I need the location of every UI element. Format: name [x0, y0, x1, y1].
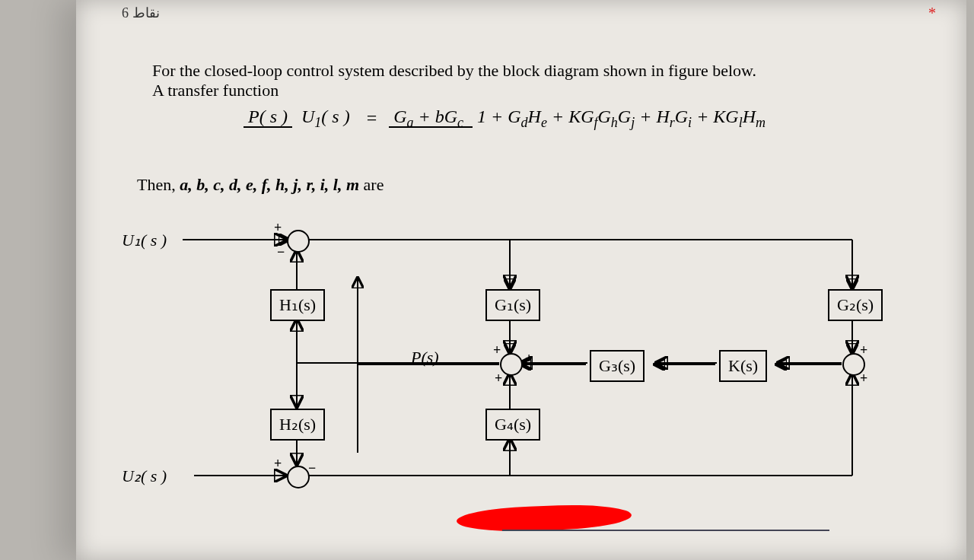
page: 6 نقاط * For the closed-loop control sys… — [76, 0, 966, 560]
s2-top: + — [493, 342, 501, 358]
block-k: K(s) — [719, 350, 767, 382]
u1-label: U₁( s ) — [122, 231, 167, 250]
question-line1: For the closed-loop control system descr… — [152, 61, 756, 80]
s1-minus: − — [277, 244, 285, 260]
points-label: 6 نقاط — [122, 5, 160, 21]
s3-bot: + — [860, 371, 867, 387]
s3-top: + — [860, 342, 867, 358]
sum-junction-4 — [287, 466, 310, 488]
required-star-icon: * — [928, 5, 936, 22]
s4-plus: + — [274, 456, 282, 472]
s4-minus: − — [308, 460, 316, 476]
block-diagram: U₁( s ) U₂( s ) P(s) + − + − + + + + + H… — [152, 217, 898, 521]
underline-mark — [502, 530, 829, 531]
s2-bot: + — [495, 371, 502, 387]
block-g3: G₃(s) — [590, 350, 645, 382]
transfer-function-formula: P( s ) U1( s ) = Ga + bGc 1 + GdHe + KGf… — [244, 107, 770, 131]
p-output-label: P(s) — [411, 348, 439, 368]
question-line2: A transfer function — [152, 81, 279, 100]
diagram-wires-main — [152, 217, 898, 521]
block-g2: G₂(s) — [828, 289, 883, 321]
lhs-fraction: P( s ) U1( s ) — [244, 107, 355, 131]
block-h1: H₁(s) — [270, 289, 325, 321]
block-g4: G₄(s) — [485, 409, 540, 441]
sum-junction-2 — [500, 353, 523, 376]
s1-plus: + — [274, 220, 282, 236]
s2-right: + — [525, 351, 533, 367]
rhs-fraction: Ga + bGc 1 + GdHe + KGfGhGj + HrGi + KGl… — [389, 107, 770, 131]
sum-junction-1 — [287, 230, 310, 253]
block-g1: G₁(s) — [485, 289, 540, 321]
block-h2: H₂(s) — [270, 409, 325, 441]
question-text: For the closed-loop control system descr… — [152, 61, 890, 100]
u2-label: U₂( s ) — [122, 466, 167, 486]
then-line: Then, a, b, c, d, e, f, h, j, r, i, l, m… — [137, 175, 384, 195]
